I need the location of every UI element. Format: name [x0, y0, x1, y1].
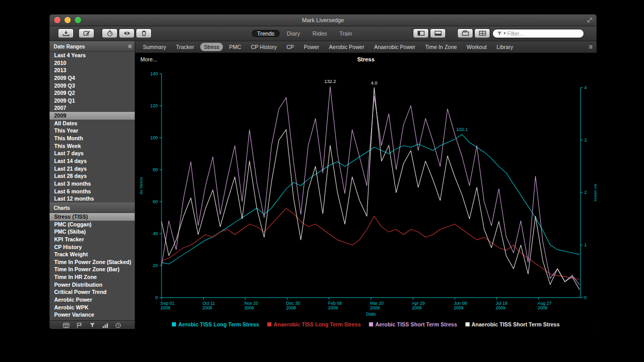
chart-item-power-variance[interactable]: Power Variance: [50, 311, 135, 319]
compose-button[interactable]: [78, 28, 94, 38]
workouts-sidebar-button[interactable]: [115, 322, 121, 328]
chart-item-pmc-skiba[interactable]: PMC (Skiba): [50, 228, 135, 236]
chart-item-aerobic-wpk[interactable]: Aerobic WPK: [50, 304, 135, 311]
date-range-2010[interactable]: 2010: [50, 59, 135, 67]
y-right-axis-title: An Stress: [593, 184, 597, 202]
tab-library[interactable]: Library: [493, 43, 517, 51]
tab-workout[interactable]: Workout: [463, 43, 490, 51]
chart-item-critical-power-trend[interactable]: Critical Power Trend: [50, 288, 135, 296]
sidebar-panel-icon: [417, 30, 425, 37]
legend-item-anaerobic-tiss-long-term-stress: Anaerobic TISS Long Term Stress: [267, 321, 361, 327]
view-switch-trends[interactable]: Trends: [252, 30, 280, 37]
date-range-last-4-years[interactable]: Last 4 Years: [50, 52, 135, 59]
y-left-tick-label: 60: [153, 199, 158, 204]
x-tick-label-year: 2009: [496, 305, 506, 310]
tab-aerobic-power[interactable]: Aerobic Power: [326, 43, 368, 51]
chart-item-power-distribution[interactable]: Power Distribution: [50, 281, 135, 289]
date-range-last-28-days[interactable]: Last 28 days: [50, 172, 135, 180]
series-line-aerobic-tiss-short-term-stress: [162, 87, 579, 285]
legend-item-aerobic-tiss-short-term-stress: Aerobic TISS Short Term Stress: [369, 321, 457, 327]
tab-stress[interactable]: Stress: [200, 43, 223, 51]
chart-item-track-weight[interactable]: Track Weight: [50, 251, 135, 258]
x-tick-label-year: 2008: [244, 305, 254, 310]
chart-item-cp-history[interactable]: CP History: [50, 243, 135, 251]
filter-dropdown-arrow[interactable]: ▾: [504, 31, 506, 36]
view-switch-train[interactable]: Train: [334, 30, 358, 37]
minimize-button[interactable]: [65, 17, 71, 23]
x-axis-title: Date: [366, 311, 376, 317]
charts-list: Stress (TISS)PMC (Coggan)PMC (Skiba)KPI …: [50, 213, 135, 329]
chart-item-aerobic-power[interactable]: Aerobic Power: [50, 296, 135, 304]
tiled-view-button[interactable]: [474, 28, 490, 38]
date-range-2013[interactable]: 2013: [50, 67, 135, 74]
date-range-last-6-months[interactable]: Last 6 months: [50, 188, 135, 195]
y-left-tick-label: 40: [153, 231, 158, 236]
filter-funnel-icon[interactable]: [497, 31, 502, 36]
peak-annotation: 102.1: [456, 127, 468, 132]
clock-icon: [115, 322, 121, 328]
chart-item-time-in-power-zone-stacked[interactable]: Time In Power Zone (Stacked): [50, 258, 135, 266]
date-range-2009-q2[interactable]: 2009 Q2: [50, 89, 135, 97]
y-left-axis-title: Av Stress: [139, 177, 143, 194]
intervals-sidebar-button[interactable]: [76, 322, 83, 328]
view-switch-rides[interactable]: Rides: [308, 30, 332, 37]
fullscreen-icon[interactable]: [587, 17, 593, 23]
close-button[interactable]: [54, 17, 60, 23]
date-range-2009-q3[interactable]: 2009 Q3: [50, 82, 135, 90]
chart-item-stress-tiss[interactable]: Stress (TISS): [50, 213, 135, 221]
chart-item-time-in-power-zone-bar[interactable]: Time In Power Zone (Bar): [50, 266, 135, 273]
tab-time-in-zone[interactable]: Time In Zone: [422, 43, 460, 51]
date-ranges-menu-icon[interactable]: ≡: [128, 43, 132, 50]
chart-item-time-in-hr-zone[interactable]: Time In HR Zone: [50, 273, 135, 281]
chart-item-kpi-tracker[interactable]: KPI Tracker: [50, 236, 135, 243]
date-range-last-7-days[interactable]: Last 7 days: [50, 150, 135, 157]
tab-anaerobic-power[interactable]: Anaerobic Power: [371, 43, 419, 51]
date-range-this-year[interactable]: This Year: [50, 127, 135, 135]
main-area: SummaryTrackerStressPMCCP HistoryCPPower…: [135, 41, 597, 329]
trash-button[interactable]: [136, 28, 152, 38]
date-range-2009-q1[interactable]: 2009 Q1: [50, 97, 135, 105]
intervals-icon: [123, 30, 131, 37]
charts-sidebar-button[interactable]: [102, 322, 108, 328]
filter-field[interactable]: ▾ Filter...: [492, 29, 584, 38]
tabbed-view-button[interactable]: [457, 28, 473, 38]
view-switch-diary[interactable]: Diary: [282, 30, 305, 37]
export-button[interactable]: [58, 28, 74, 38]
chart-menu-icon[interactable]: ≡: [589, 44, 592, 50]
date-range-2009[interactable]: 2009: [50, 112, 135, 120]
tab-cp[interactable]: CP: [283, 43, 298, 51]
lowbar-toggle-button[interactable]: [430, 28, 446, 38]
calendar-sidebar-button[interactable]: [63, 322, 70, 328]
sidebar-toggle-button[interactable]: [413, 28, 429, 38]
tab-power[interactable]: Power: [300, 43, 323, 51]
x-tick-label-year: 2009: [370, 305, 380, 310]
chart-item-pmc-coggan[interactable]: PMC (Coggan): [50, 221, 135, 228]
date-range-last-12-months[interactable]: Last 12 months: [50, 195, 135, 203]
tab-cp-history[interactable]: CP History: [247, 43, 280, 51]
series-line-anaerobic-tiss-long-term-stress: [162, 208, 579, 279]
filter-input[interactable]: Filter...: [507, 30, 524, 37]
date-range-last-14-days[interactable]: Last 14 days: [50, 157, 135, 165]
toolbar: TrendsDiaryRidesTrain: [50, 26, 597, 41]
date-range-last-3-months[interactable]: Last 3 months: [50, 180, 135, 188]
tab-pmc[interactable]: PMC: [226, 43, 245, 51]
intervals-button[interactable]: [119, 28, 135, 38]
bar-chart-icon: [102, 322, 108, 328]
date-range-all-dates[interactable]: All Dates: [50, 120, 135, 127]
date-range-last-21-days[interactable]: Last 21 days: [50, 165, 135, 173]
zoom-button[interactable]: [75, 17, 81, 23]
date-range-this-month[interactable]: This Month: [50, 135, 135, 142]
charts-header: Charts: [50, 203, 135, 213]
title-bar[interactable]: Mark Liversedge: [50, 14, 597, 26]
date-range-this-week[interactable]: This Week: [50, 142, 135, 150]
date-range-2007[interactable]: 2007: [50, 104, 135, 112]
stress-chart[interactable]: 02040608010012014001234Sep 012008Oct 112…: [135, 53, 597, 329]
tab-tracker[interactable]: Tracker: [172, 43, 198, 51]
date-ranges-header-label: Date Ranges: [54, 44, 85, 50]
tab-summary[interactable]: Summary: [139, 43, 170, 51]
stopwatch-button[interactable]: [102, 28, 118, 38]
legend-swatch: [267, 322, 271, 326]
x-tick-label-year: 2008: [160, 305, 170, 310]
filters-sidebar-button[interactable]: [89, 322, 95, 328]
date-range-2009-q4[interactable]: 2009 Q4: [50, 74, 135, 82]
